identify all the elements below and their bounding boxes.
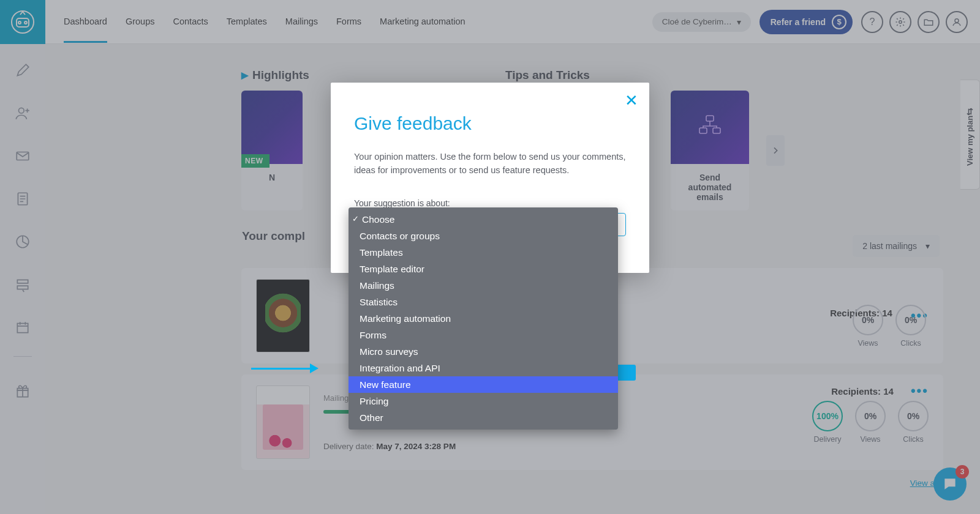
close-icon[interactable]: ✕ bbox=[625, 91, 638, 110]
dropdown-option[interactable]: Templates bbox=[349, 244, 618, 261]
dropdown-option[interactable]: Choose bbox=[349, 211, 618, 228]
dropdown-option[interactable]: Contacts or groups bbox=[349, 228, 618, 244]
dropdown-option-highlighted[interactable]: New feature bbox=[349, 376, 618, 393]
dropdown-option[interactable]: Statistics bbox=[349, 294, 618, 310]
dropdown-option[interactable]: Template editor bbox=[349, 261, 618, 277]
dropdown-option[interactable]: Other bbox=[349, 409, 618, 426]
modal-body: Your opinion matters. Use the form below… bbox=[354, 150, 626, 177]
dropdown-option[interactable]: Forms bbox=[349, 327, 618, 343]
suggestion-label: Your suggestion is about: bbox=[354, 198, 626, 208]
dropdown-option[interactable]: Marketing automation bbox=[349, 310, 618, 327]
dropdown-option[interactable]: Pricing bbox=[349, 393, 618, 409]
dropdown-option[interactable]: Micro surveys bbox=[349, 343, 618, 360]
modal-title: Give feedback bbox=[354, 113, 626, 134]
suggestion-dropdown: Choose Contacts or groups Templates Temp… bbox=[349, 207, 618, 430]
dropdown-option[interactable]: Integration and API bbox=[349, 360, 618, 376]
dropdown-option[interactable]: Mailings bbox=[349, 277, 618, 294]
annotation-arrow bbox=[251, 363, 318, 373]
